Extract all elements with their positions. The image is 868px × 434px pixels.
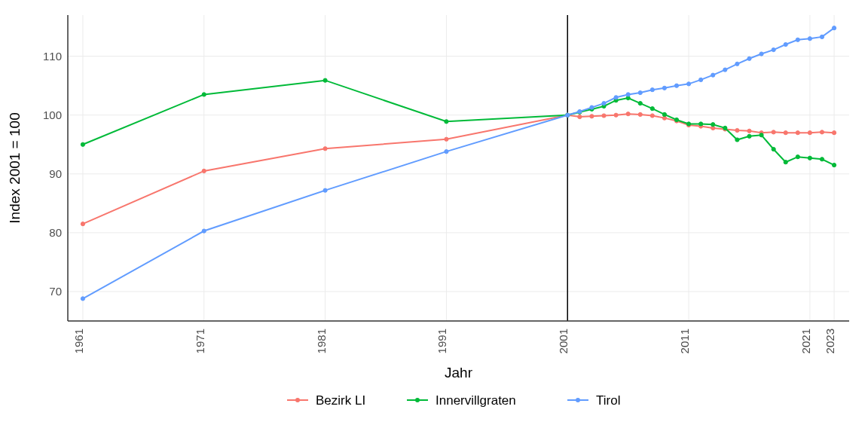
svg-point-52 <box>662 112 666 116</box>
svg-point-70 <box>445 150 448 154</box>
svg-point-31 <box>735 128 739 132</box>
svg-point-38 <box>820 130 824 134</box>
y-tick-labels: 708090100110 <box>43 50 62 298</box>
svg-point-55 <box>699 122 703 126</box>
svg-point-67 <box>81 297 84 301</box>
svg-point-51 <box>650 107 654 111</box>
svg-point-76 <box>626 93 630 96</box>
svg-point-90 <box>796 38 799 41</box>
svg-point-54 <box>686 122 690 126</box>
svg-point-36 <box>796 131 799 135</box>
svg-point-65 <box>820 157 824 161</box>
svg-point-80 <box>674 84 678 87</box>
svg-point-68 <box>202 229 206 233</box>
svg-point-59 <box>747 134 751 138</box>
y-tick-label: 70 <box>49 285 62 298</box>
legend-label: Tirol <box>596 393 620 408</box>
svg-point-41 <box>202 93 206 96</box>
svg-point-74 <box>602 102 606 105</box>
svg-point-86 <box>747 57 751 60</box>
x-tick-label: 2023 <box>824 329 836 353</box>
y-tick-label: 80 <box>49 226 62 239</box>
x-tick-label: 2021 <box>799 329 812 353</box>
svg-point-84 <box>723 68 727 72</box>
svg-point-88 <box>772 47 775 51</box>
svg-point-35 <box>784 131 787 135</box>
legend-item-bezirk-li: Bezirk LI <box>287 393 365 408</box>
svg-point-13 <box>81 222 84 226</box>
x-tick-label: 2001 <box>557 329 570 353</box>
svg-point-56 <box>711 123 715 127</box>
svg-point-53 <box>674 118 678 121</box>
svg-point-81 <box>686 82 690 86</box>
svg-point-79 <box>662 86 666 90</box>
svg-point-77 <box>638 90 642 94</box>
svg-point-16 <box>445 137 448 141</box>
svg-point-93 <box>832 26 836 30</box>
y-tick-label: 90 <box>49 167 62 180</box>
x-tick-label: 1971 <box>194 329 206 353</box>
svg-point-23 <box>638 112 642 116</box>
svg-point-61 <box>772 147 775 151</box>
svg-point-73 <box>590 105 594 109</box>
svg-point-43 <box>445 120 448 124</box>
svg-point-22 <box>626 112 630 116</box>
svg-point-91 <box>808 37 811 41</box>
svg-point-21 <box>614 113 618 117</box>
y-axis-title: Index 2001 = 100 <box>7 112 23 223</box>
svg-point-75 <box>614 96 618 99</box>
svg-point-58 <box>735 138 739 142</box>
svg-point-18 <box>578 115 582 118</box>
svg-point-50 <box>638 102 642 105</box>
svg-point-40 <box>81 142 84 146</box>
svg-point-82 <box>699 78 703 81</box>
svg-point-72 <box>578 109 582 113</box>
svg-point-32 <box>747 129 751 133</box>
legend: Bezirk LIInnervillgratenTirol <box>287 393 620 408</box>
y-tick-label: 100 <box>43 108 62 121</box>
svg-point-20 <box>602 114 606 118</box>
svg-point-95 <box>295 398 300 402</box>
svg-point-14 <box>202 169 206 173</box>
line-chart: 708090100110 196119711981199120012011202… <box>0 0 868 434</box>
svg-point-39 <box>832 131 836 135</box>
svg-point-62 <box>784 160 787 164</box>
y-tick-label: 110 <box>43 50 62 63</box>
svg-point-78 <box>650 88 654 92</box>
legend-label: Bezirk LI <box>316 393 365 408</box>
x-tick-label: 2011 <box>678 329 691 353</box>
plot-panel <box>68 15 849 321</box>
svg-point-92 <box>820 35 824 38</box>
x-tick-labels: 19611971198119912001201120212023 <box>72 329 836 353</box>
svg-point-19 <box>590 115 594 118</box>
svg-point-42 <box>323 78 327 82</box>
svg-point-37 <box>808 131 811 135</box>
svg-point-34 <box>772 130 775 134</box>
x-tick-label: 1961 <box>72 329 85 353</box>
svg-point-83 <box>711 73 715 77</box>
svg-point-99 <box>576 398 580 402</box>
legend-item-tirol: Tirol <box>567 393 620 408</box>
svg-point-15 <box>323 147 327 151</box>
svg-point-71 <box>566 113 570 117</box>
svg-point-69 <box>323 188 327 192</box>
svg-point-89 <box>784 42 787 46</box>
svg-point-57 <box>723 126 727 130</box>
svg-point-66 <box>832 163 836 167</box>
legend-label: Innervillgraten <box>436 393 516 408</box>
svg-point-85 <box>735 62 739 66</box>
svg-point-97 <box>415 398 420 402</box>
x-tick-label: 1981 <box>315 329 328 353</box>
svg-point-63 <box>796 155 799 159</box>
chart-container: 708090100110 196119711981199120012011202… <box>0 0 868 434</box>
legend-item-innervillgraten: Innervillgraten <box>407 393 516 408</box>
svg-point-60 <box>760 133 763 137</box>
svg-point-24 <box>650 114 654 118</box>
x-axis-title: Jahr <box>445 365 473 381</box>
svg-point-64 <box>808 156 811 160</box>
x-tick-label: 1991 <box>436 329 448 353</box>
svg-point-87 <box>760 52 763 56</box>
